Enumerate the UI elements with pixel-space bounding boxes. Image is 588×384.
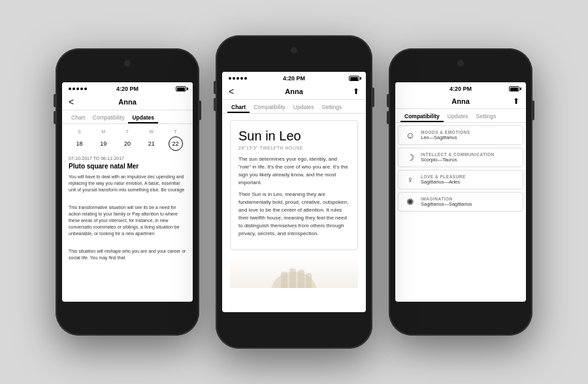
compat-icon-3: ✺ — [404, 197, 417, 207]
event-body1-left: You will have to deal with an impulsive … — [67, 174, 188, 193]
event-title-left: Pluto square natal Mer — [67, 163, 188, 170]
sign-title: Sun in Leo — [238, 129, 350, 144]
status-time-left: 4:20 PM — [116, 86, 139, 92]
event-date-left: 07-10-2017 TO 08-11-2017 — [67, 156, 188, 161]
phone-center-screen: 4:20 PM < Anna ⬆ Chart Compatibility Upd… — [222, 72, 366, 312]
cal-day-22[interactable]: 22 — [169, 136, 183, 151]
tab-chart-center[interactable]: Chart — [227, 100, 250, 113]
battery-icon-left — [176, 86, 186, 91]
nav-bar-right: Anna ⬆ — [395, 94, 526, 109]
calendar-days: 18 19 20 21 22 — [67, 136, 188, 151]
sign-body: The sun determines your ego, identity, a… — [238, 155, 350, 238]
cal-label-w: W — [144, 129, 159, 134]
compat-label-1: INTELLECT & COMMUNICATION — [421, 152, 517, 157]
cal-day-20[interactable]: 20 — [120, 136, 135, 151]
tab-compatibility-left[interactable]: Compatibility — [89, 110, 129, 123]
tab-updates-right[interactable]: Updates — [444, 109, 472, 122]
status-bar-left: 4:20 PM — [62, 82, 193, 94]
compat-row-1: ☽ INTELLECT & COMMUNICATION Scorpio—Taur… — [398, 148, 523, 167]
compat-signs-3: Sagittarius—Sagittarius — [421, 201, 517, 207]
event-body2-left: This transformative situation will see i… — [67, 204, 188, 236]
cal-day-18[interactable]: 18 — [72, 136, 86, 151]
tab-compatibility-right[interactable]: Compatibility — [400, 109, 444, 122]
status-time-right: 4:20 PM — [449, 86, 472, 92]
chart-card: Sun in Leo 28°15'3" TWELFTH HOUSE The su… — [230, 120, 358, 250]
svg-rect-3 — [298, 270, 304, 288]
back-button-center[interactable]: < — [229, 86, 234, 97]
compat-label-2: LOVE & PLEASURE — [421, 174, 517, 179]
nav-title-left: Anna — [118, 98, 137, 106]
tab-bar-center: Chart Compatibility Updates Settings — [222, 100, 366, 114]
cal-label-t1: T — [120, 129, 135, 134]
tab-settings-right[interactable]: Settings — [472, 109, 500, 122]
share-icon-right[interactable]: ⬆ — [513, 97, 519, 106]
hand-svg — [261, 259, 327, 288]
cal-label-m: M — [96, 129, 110, 134]
updates-content-left: S M T W T 18 19 20 21 22 07-10-2017 TO 0… — [62, 124, 193, 266]
tab-updates-center[interactable]: Updates — [289, 100, 318, 113]
battery-icon-center — [349, 76, 359, 81]
phone-right: 4:20 PM Anna ⬆ Compatibility Updates Set… — [389, 48, 532, 336]
phones-container: 4:20 PM < Anna Chart Compatibility Updat… — [0, 0, 588, 384]
tab-compatibility-center[interactable]: Compatibility — [250, 100, 289, 113]
tab-settings-center[interactable]: Settings — [318, 100, 346, 113]
compat-row-2: ♀ LOVE & PLEASURE Sagittarius—Aries — [398, 170, 523, 189]
cal-label-t2: T — [169, 129, 183, 134]
compatibility-content: ☺ MOODS & EMOTIONS Leo—Sagittarius ☽ INT… — [395, 123, 526, 217]
phone-left-screen: 4:20 PM < Anna Chart Compatibility Updat… — [62, 82, 193, 302]
compat-signs-2: Sagittarius—Aries — [421, 179, 517, 185]
tab-bar-right: Compatibility Updates Settings — [395, 109, 526, 123]
compat-label-0: MOODS & EMOTIONS — [421, 130, 517, 135]
nav-bar-left: < Anna — [62, 94, 193, 110]
tab-bar-left: Chart Compatibility Updates — [62, 110, 193, 124]
nav-title-right: Anna — [451, 97, 470, 105]
nav-bar-center: < Anna ⬆ — [222, 84, 366, 100]
compat-row-3: ✺ IMAGINATION Sagittarius—Sagittarius — [398, 192, 523, 212]
tab-updates-left[interactable]: Updates — [128, 110, 158, 123]
status-time-center: 4:20 PM — [283, 75, 305, 82]
compat-info-2: LOVE & PLEASURE Sagittarius—Aries — [421, 174, 517, 185]
chart-content-center: Sun in Leo 28°15'3" TWELFTH HOUSE The su… — [222, 114, 366, 295]
compat-icon-2: ♀ — [404, 174, 417, 185]
compat-signs-1: Scorpio—Taurus — [421, 157, 517, 163]
svg-rect-4 — [306, 273, 312, 288]
compat-icon-0: ☺ — [404, 130, 417, 140]
hand-image — [230, 255, 358, 288]
phone-left: 4:20 PM < Anna Chart Compatibility Updat… — [56, 48, 199, 336]
cal-label-s: S — [72, 129, 86, 134]
sign-body-p1: The sun determines your ego, identity, a… — [238, 155, 350, 187]
svg-rect-2 — [289, 268, 296, 288]
compat-info-0: MOODS & EMOTIONS Leo—Sagittarius — [421, 130, 517, 140]
status-bar-right: 4:20 PM — [395, 82, 526, 94]
nav-title-center: Anna — [285, 88, 303, 95]
sign-subtitle: 28°15'3" TWELFTH HOUSE — [238, 146, 350, 150]
compat-icon-1: ☽ — [404, 152, 417, 163]
compat-signs-0: Leo—Sagittarius — [421, 135, 517, 140]
calendar-header: S M T W T — [67, 129, 188, 134]
back-button-left[interactable]: < — [69, 97, 74, 107]
signal-dots-left — [69, 88, 87, 90]
compat-info-3: IMAGINATION Sagittarius—Sagittarius — [421, 197, 517, 207]
cal-day-21[interactable]: 21 — [144, 136, 159, 151]
battery-icon-right — [509, 86, 519, 91]
tab-chart-left[interactable]: Chart — [67, 110, 89, 123]
cal-day-19[interactable]: 19 — [96, 136, 110, 151]
status-bar-center: 4:20 PM — [222, 72, 366, 84]
compat-label-3: IMAGINATION — [421, 197, 517, 201]
phone-center: 4:20 PM < Anna ⬆ Chart Compatibility Upd… — [216, 35, 372, 349]
phone-right-screen: 4:20 PM Anna ⬆ Compatibility Updates Set… — [395, 82, 526, 302]
svg-rect-1 — [281, 272, 287, 288]
compat-row-0: ☺ MOODS & EMOTIONS Leo—Sagittarius — [398, 125, 523, 145]
share-icon-center[interactable]: ⬆ — [353, 87, 359, 96]
event-body3-left: This situation will reshape who you are … — [67, 248, 188, 261]
signal-dots-center — [229, 77, 247, 80]
sign-body-p2: Their Sun is in Leo, meaning they are fu… — [238, 191, 350, 238]
compat-info-1: INTELLECT & COMMUNICATION Scorpio—Taurus — [421, 152, 517, 163]
